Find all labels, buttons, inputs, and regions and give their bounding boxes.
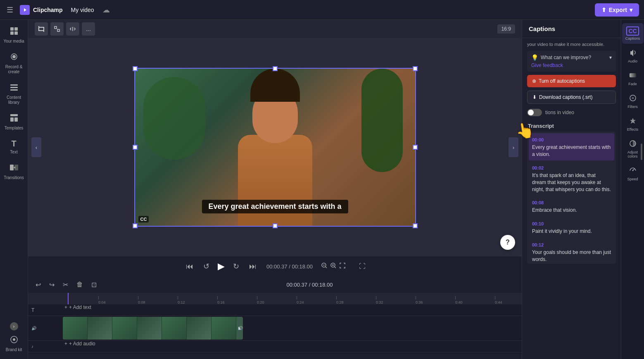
right-icon-adjust-colors[interactable]: Adjust colors: [622, 136, 644, 162]
transcript-entry-3[interactable]: 00:10 Paint it vividly in your mind.: [529, 217, 614, 237]
video-title[interactable]: My video: [68, 5, 97, 15]
sidebar-item-content-library[interactable]: Content library: [2, 79, 26, 108]
aspect-ratio-button[interactable]: 16:9: [497, 24, 515, 34]
sidebar-item-your-media[interactable]: Your media: [2, 23, 26, 47]
panel-body: your video to make it more accessible. 💡…: [522, 38, 621, 359]
svg-rect-13: [14, 117, 18, 122]
timeline-tracks: T + + Add text 🔊: [28, 304, 522, 354]
your-media-icon: [10, 26, 19, 38]
resize-handle-tm[interactable]: [273, 66, 278, 71]
skip-forward-button[interactable]: ⏭: [247, 261, 258, 273]
svg-point-31: [632, 170, 633, 171]
skip-back-button[interactable]: ⏮: [184, 261, 195, 273]
canvas-nav-left-button[interactable]: ‹: [31, 137, 41, 157]
improve-header[interactable]: 💡 What can we improve? ▾: [531, 54, 612, 61]
cut-button[interactable]: ✂: [60, 279, 71, 290]
transcript-entry-4[interactable]: 00:12 Your goals should be more than jus…: [529, 238, 614, 264]
ruler-mark-020: 0:20: [257, 296, 264, 304]
video-clip[interactable]: 🔊 ⏸: [63, 317, 243, 340]
resize-handle-mr[interactable]: [413, 145, 418, 150]
effects-panel-icon: [629, 117, 637, 127]
sidebar-label-text: Text: [10, 150, 17, 155]
transcript-entry-1[interactable]: 00:02 It's that spark of an idea, that d…: [529, 161, 614, 195]
resize-handle-tr[interactable]: [413, 66, 418, 71]
resize-handle-tl[interactable]: [133, 66, 138, 71]
add-text-button[interactable]: + + Add text: [61, 304, 95, 310]
video-track-row: 🔊: [28, 316, 522, 341]
svg-marker-29: [630, 118, 636, 124]
sidebar-item-text[interactable]: T Text: [2, 136, 26, 158]
timeline-scrollbar[interactable]: [28, 354, 522, 359]
resize-handle-bm[interactable]: [273, 223, 278, 228]
right-icon-effects[interactable]: Effects: [622, 114, 644, 135]
panel-title: Captions: [529, 25, 555, 32]
resize-handle-ml[interactable]: [133, 145, 138, 150]
sidebar-label-transitions: Transitions: [4, 175, 24, 180]
delete-button[interactable]: 🗑: [74, 279, 86, 290]
transcript-time-4: 00:12: [532, 242, 544, 247]
help-button[interactable]: ?: [500, 235, 515, 250]
fullscreen-button[interactable]: ⛶: [359, 263, 366, 270]
transcript-box[interactable]: 00:00 Every great achievement starts wit…: [527, 132, 616, 264]
captions-toggle[interactable]: [527, 109, 542, 116]
sidebar-item-transitions[interactable]: Transitions: [2, 160, 26, 184]
more-options-button[interactable]: ...: [82, 22, 95, 36]
cloud-save-icon: ☁: [102, 5, 110, 14]
rewind-button[interactable]: ↺: [202, 260, 211, 273]
resize-handle-bl[interactable]: [133, 223, 138, 228]
redo-button[interactable]: ↪: [47, 279, 57, 290]
left-sidebar: Your media Record & create Content libra…: [0, 20, 28, 359]
logo-icon: [20, 5, 30, 15]
cc-badge: CC: [138, 216, 149, 223]
video-track-content[interactable]: 🔊 ⏸: [61, 316, 522, 340]
accessibility-text: your video to make it more accessible.: [527, 41, 616, 48]
hamburger-button[interactable]: ☰: [5, 4, 15, 16]
export-chevron-icon: ▾: [630, 7, 632, 13]
turn-off-autocaptions-button[interactable]: ⊗ Turn off autocaptions: [527, 75, 616, 87]
audio-track-content: + + Add audio: [61, 341, 522, 352]
svg-rect-27: [630, 73, 636, 77]
sidebar-item-brand-kit[interactable]: › Brand kit: [2, 319, 26, 356]
forward-button[interactable]: ↻: [231, 260, 241, 273]
templates-icon: [10, 113, 19, 124]
resize-handle-br[interactable]: [413, 223, 418, 228]
right-icon-fade[interactable]: Fade: [622, 68, 644, 89]
fit-button[interactable]: [50, 22, 64, 36]
right-icon-filters[interactable]: Filters: [622, 91, 644, 112]
sidebar-item-templates[interactable]: Templates: [2, 110, 26, 134]
export-button[interactable]: ⬆ Export ▾: [595, 3, 639, 17]
svg-rect-5: [14, 31, 18, 35]
video-tools: ...: [35, 22, 95, 36]
crop-button[interactable]: [35, 22, 48, 36]
right-icon-audio[interactable]: Audio: [622, 45, 644, 67]
turn-off-icon: ⊗: [532, 78, 536, 84]
transcript-entry-0[interactable]: 00:00 Every great achievement starts wit…: [529, 133, 614, 160]
transcript-entry-2[interactable]: 00:08 Embrace that vision.: [529, 196, 614, 216]
transcript-text-0: Every great achievement starts with a vi…: [532, 144, 611, 158]
right-icon-speed[interactable]: Speed: [622, 163, 644, 184]
flip-button[interactable]: [66, 22, 79, 36]
svg-rect-19: [57, 29, 59, 31]
play-button[interactable]: ▶: [218, 261, 225, 272]
sidebar-item-record-create[interactable]: Record & create: [2, 49, 26, 78]
split-button[interactable]: ⊡: [89, 279, 99, 290]
svg-rect-9: [10, 87, 18, 88]
zoom-out-button[interactable]: [321, 262, 328, 270]
zoom-in-button[interactable]: [330, 262, 337, 270]
transcript-time-2: 00:08: [532, 200, 544, 205]
right-icon-captions[interactable]: CC Captions: [622, 23, 644, 44]
feedback-link[interactable]: Give feedback: [531, 62, 612, 68]
ruler-mark-044: 0:44: [495, 296, 502, 304]
text-icon: T: [11, 139, 16, 148]
canvas-nav-right-button[interactable]: ›: [509, 137, 518, 157]
svg-rect-10: [10, 89, 18, 91]
undo-button[interactable]: ↩: [33, 279, 43, 290]
sidebar-label-your-media: Your media: [3, 39, 24, 44]
playhead[interactable]: [68, 293, 69, 304]
fit-timeline-button[interactable]: [339, 262, 346, 270]
download-captions-button[interactable]: ⬇ Download captions (.srt): [527, 91, 616, 104]
add-audio-button[interactable]: + + Add audio: [61, 341, 99, 347]
ruler-mark-012: 0:12: [178, 296, 185, 304]
filters-panel-icon: [629, 94, 637, 104]
transitions-icon: [10, 163, 19, 174]
